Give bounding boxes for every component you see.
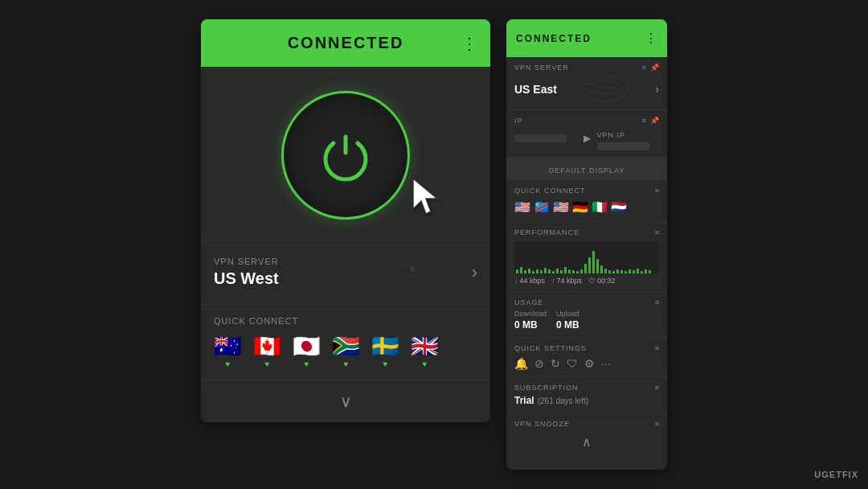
heart-ca: ♥: [265, 360, 270, 368]
more-section[interactable]: ∨: [201, 380, 490, 422]
perf-download: ↓ 44 kbps: [514, 277, 545, 285]
left-panel: CONNECTED ⋮ VPN S: [201, 19, 490, 422]
flags-row: 🇦🇺 ♥ 🇨🇦 ♥ 🇯🇵 ♥ 🇿🇦 ♥ 🇸🇪 ♥: [214, 335, 477, 368]
right-flag-us1[interactable]: 🇺🇸: [514, 199, 530, 215]
usage-upload-value: 0 MB: [556, 319, 579, 331]
power-icon: [317, 127, 374, 183]
right-quick-connect: QUICK CONNECT ≡ 🇺🇸 🇨🇩 🇺🇸 🇩🇪 🇮🇹 🇳🇱: [506, 180, 667, 222]
snooze-header-row: VPN SNOOZE ≡: [514, 420, 659, 428]
expand-chevron: ∨: [340, 392, 352, 411]
ip-value-masked: [514, 134, 567, 142]
world-map-mini: [390, 250, 462, 294]
clock-icon: ⏱: [588, 277, 596, 285]
perf-menu: ≡: [655, 228, 659, 236]
vpn-ip-value-masked: [597, 142, 649, 150]
right-flag-cd[interactable]: 🇨🇩: [534, 199, 550, 215]
right-flag-it[interactable]: 🇮🇹: [592, 199, 608, 215]
qs-shield-icon[interactable]: 🛡: [567, 357, 578, 370]
perf-time: ⏱ 00:32: [588, 277, 616, 285]
vpn-ip-label: VPN IP: [597, 131, 626, 139]
flag-item-jp[interactable]: 🇯🇵 ♥: [293, 335, 321, 368]
flag-item-gb[interactable]: 🇬🇧 ♥: [411, 335, 439, 368]
sub-days: (261 days left): [538, 397, 588, 405]
usage-download-value: 0 MB: [514, 319, 547, 331]
ip-label: IP: [514, 117, 523, 125]
svg-point-4: [583, 76, 628, 101]
perf-label: PERFORMANCE: [514, 228, 579, 236]
right-title: CONNECTED: [516, 33, 592, 44]
cursor: [410, 175, 442, 216]
quick-connect-section: QUICK CONNECT 🇦🇺 ♥ 🇨🇦 ♥ 🇯🇵 ♥ 🇿🇦 ♥: [201, 304, 490, 380]
sub-value-row: Trial (261 days left): [514, 393, 659, 406]
upload-arrow: ↑: [551, 277, 555, 285]
right-vpn-menu: ≡: [642, 64, 646, 72]
usage-label: USAGE: [514, 298, 544, 306]
flag-item-au[interactable]: 🇦🇺 ♥: [214, 335, 242, 368]
subscription-section: SUBSCRIPTION ≡ Trial (261 days left): [506, 377, 667, 413]
connection-time: 00:32: [597, 277, 616, 285]
qs-bell-icon[interactable]: 🔔: [514, 357, 528, 370]
quick-connect-label: QUICK CONNECT: [214, 316, 477, 326]
vpn-server-name: US West: [214, 269, 279, 288]
power-section: [201, 67, 490, 240]
right-vpn-server[interactable]: VPN SERVER ≡ 📌 US East ›: [506, 57, 667, 110]
heart-jp: ♥: [305, 360, 309, 368]
perf-upload: ↑ 74 kbps: [551, 277, 582, 285]
ip-arrow: ▶: [583, 133, 591, 144]
flag-jp: 🇯🇵: [293, 335, 321, 358]
right-header: CONNECTED ⋮: [506, 19, 667, 57]
snooze-arrow[interactable]: ∧: [514, 434, 659, 450]
right-flag-nl[interactable]: 🇳🇱: [611, 199, 627, 215]
ip-col-left: [514, 134, 577, 142]
qs-refresh-icon[interactable]: ↻: [551, 357, 560, 370]
vpn-server-chevron: ›: [472, 262, 477, 283]
default-display-bar: DEFAULT DISPLAY: [506, 158, 667, 180]
qs-more-icon[interactable]: ···: [601, 357, 611, 370]
ip-header-row: IP ≡ 📌: [514, 117, 659, 125]
right-qc-menu: ≡: [655, 187, 659, 195]
snooze-menu: ≡: [655, 420, 659, 428]
right-flag-us2[interactable]: 🇺🇸: [553, 199, 569, 215]
ip-pin-icon: 📌: [650, 117, 659, 125]
flag-au: 🇦🇺: [214, 335, 242, 358]
qs-block-icon[interactable]: ⊘: [534, 357, 544, 370]
default-display-text: DEFAULT DISPLAY: [549, 166, 625, 175]
vpn-server-section[interactable]: VPN SERVER US West ›: [201, 240, 490, 304]
right-flag-de[interactable]: 🇩🇪: [572, 199, 588, 215]
vpn-server-right: ›: [390, 250, 477, 294]
snooze-label: VPN SNOOZE: [514, 420, 570, 428]
left-menu-dots[interactable]: ⋮: [461, 35, 477, 51]
flag-item-za[interactable]: 🇿🇦 ♥: [332, 335, 360, 368]
perf-chart: [514, 241, 659, 273]
qs-header-row: QUICK SETTINGS ≡: [514, 344, 659, 352]
flag-item-ca[interactable]: 🇨🇦 ♥: [253, 335, 281, 368]
ip-icons: ≡ 📌: [642, 117, 659, 125]
right-qc-label-row: QUICK CONNECT ≡: [514, 187, 659, 195]
quick-settings-section: QUICK SETTINGS ≡ 🔔 ⊘ ↻ 🛡 ⚙ ···: [506, 338, 667, 377]
perf-stats: ↓ 44 kbps ↑ 74 kbps ⏱ 00:32: [514, 277, 659, 285]
right-menu-dots[interactable]: ⋮: [645, 31, 657, 46]
flag-item-se[interactable]: 🇸🇪 ♥: [371, 335, 399, 368]
sub-label: SUBSCRIPTION: [514, 384, 579, 392]
flag-gb: 🇬🇧: [411, 335, 439, 358]
right-vpn-pin: 📌: [650, 64, 659, 72]
sub-menu: ≡: [655, 384, 659, 392]
right-server-row: US East ›: [514, 75, 659, 103]
usage-download-col: Download 0 MB: [514, 310, 547, 331]
ip-menu-icon: ≡: [642, 117, 646, 125]
flag-za: 🇿🇦: [332, 335, 360, 358]
qs-gear-icon[interactable]: ⚙: [584, 357, 595, 370]
svg-point-3: [410, 268, 414, 272]
usage-section: USAGE ≡ Download 0 MB Upload 0 MB: [506, 292, 667, 338]
flag-se: 🇸🇪: [371, 335, 399, 358]
power-button[interactable]: [281, 91, 410, 220]
right-flags-row: 🇺🇸 🇨🇩 🇺🇸 🇩🇪 🇮🇹 🇳🇱: [514, 199, 659, 215]
svg-point-2: [392, 252, 460, 292]
usage-menu: ≡: [655, 298, 659, 306]
sub-header-row: SUBSCRIPTION ≡: [514, 384, 659, 392]
right-qc-label: QUICK CONNECT: [514, 187, 586, 195]
left-title: CONNECTED: [230, 34, 461, 52]
vpn-server-label: VPN SERVER: [214, 257, 279, 266]
right-server-name: US East: [514, 83, 557, 96]
heart-au: ♥: [226, 360, 231, 368]
